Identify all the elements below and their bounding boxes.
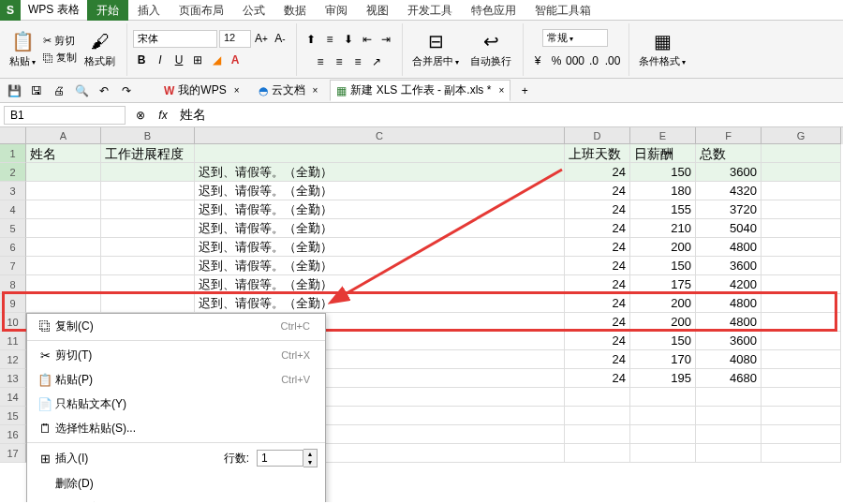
menu-tab-smart[interactable]: 智能工具箱 [525,0,600,21]
cell[interactable] [26,257,101,275]
cell[interactable]: 3600 [696,332,762,350]
cell[interactable] [26,200,101,219]
cell[interactable] [762,163,841,182]
cell[interactable]: 24 [565,350,630,369]
cell[interactable] [101,275,195,294]
cell[interactable]: 210 [630,219,696,238]
cell[interactable]: 24 [565,182,630,200]
cell[interactable]: 24 [565,163,630,182]
row-header[interactable]: 1 [0,144,26,163]
row-header[interactable]: 3 [0,182,26,200]
cell[interactable] [762,257,841,275]
spin-down-button[interactable]: ▼ [303,458,317,467]
cell[interactable]: 总数 [696,144,762,163]
cm-copy[interactable]: ⿻复制(C)Ctrl+C [27,314,325,338]
menu-tab-data[interactable]: 数据 [274,0,316,21]
cell[interactable] [26,238,101,257]
cell[interactable]: 180 [630,182,696,200]
cell[interactable]: 200 [630,238,696,257]
cell[interactable] [696,407,762,425]
col-header-c[interactable]: C [195,127,565,144]
print-preview-button[interactable]: 🔍 [73,82,90,99]
col-header-d[interactable]: D [565,127,630,144]
align-right-button[interactable]: ≡ [349,53,366,70]
workbook-tab[interactable]: ▦新建 XLS 工作表 - 副本.xls *× [330,80,510,101]
col-header-f[interactable]: F [696,127,762,144]
col-header-a[interactable]: A [26,127,101,144]
cloud-tab[interactable]: ◓云文档× [252,80,325,101]
cell[interactable]: 工作进展程度 [101,144,195,163]
row-header[interactable]: 16 [0,425,26,444]
menu-tab-insert[interactable]: 插入 [128,0,170,21]
cell[interactable]: 195 [630,369,696,388]
cell[interactable]: 24 [565,369,630,388]
row-header[interactable]: 12 [0,350,26,369]
italic-button[interactable]: I [152,52,169,68]
cell[interactable]: 24 [565,219,630,238]
orientation-button[interactable]: ↗ [368,53,385,70]
cell[interactable]: 150 [630,163,696,182]
dec-dec-button[interactable]: .00 [604,52,621,69]
cell[interactable] [195,144,565,163]
cell[interactable]: 迟到、请假等。（全勤） [195,219,565,238]
grow-font-button[interactable]: A+ [253,30,270,47]
cancel-formula-button[interactable]: ⊗ [129,109,152,122]
cell[interactable] [565,407,630,425]
cell[interactable] [762,182,841,200]
cell[interactable]: 迟到、请假等。（全勤） [195,182,565,200]
cell[interactable]: 4800 [696,313,762,332]
cm-clear[interactable]: 清除内容(N) [27,496,325,502]
cell[interactable] [26,294,101,313]
cell[interactable] [762,294,841,313]
cell[interactable]: 3720 [696,200,762,219]
undo-button[interactable]: ↶ [96,82,112,99]
merge-button[interactable]: ⊟合并居中 [408,25,463,74]
insert-rows-input[interactable] [257,450,303,467]
cell[interactable]: 4320 [696,182,762,200]
menu-tab-formula[interactable]: 公式 [233,0,274,21]
cut-button[interactable]: ✂剪切 [43,34,77,49]
row-header[interactable]: 7 [0,257,26,275]
cell[interactable]: 迟到、请假等。（全勤） [195,200,565,219]
cell[interactable] [762,238,841,257]
fill-color-button[interactable]: ◢ [208,52,225,68]
close-icon[interactable]: × [498,85,504,96]
format-painter-button[interactable]: 🖌格式刷 [81,25,119,74]
cell[interactable] [26,219,101,238]
cell[interactable] [762,313,841,332]
cell[interactable]: 日薪酬 [630,144,696,163]
row-header[interactable]: 8 [0,275,26,294]
cell[interactable]: 迟到、请假等。（全勤） [195,163,565,182]
formula-bar[interactable]: 姓名 [174,105,843,126]
cell[interactable]: 150 [630,332,696,350]
cell[interactable]: 24 [565,200,630,219]
select-all-corner[interactable] [0,127,26,144]
cell[interactable]: 170 [630,350,696,369]
cell[interactable] [762,144,841,163]
name-box[interactable] [4,106,126,125]
cm-cut[interactable]: ✂剪切(T)Ctrl+X [27,343,325,367]
cell[interactable]: 4200 [696,275,762,294]
cell[interactable]: 200 [630,294,696,313]
row-header[interactable]: 15 [0,407,26,425]
cell[interactable] [565,444,630,463]
cell[interactable] [762,425,841,444]
cell[interactable]: 24 [565,332,630,350]
cell[interactable] [101,182,195,200]
cell[interactable] [101,294,195,313]
cell[interactable]: 5040 [696,219,762,238]
cell[interactable]: 3600 [696,163,762,182]
cell[interactable]: 175 [630,275,696,294]
comma-button[interactable]: 000 [567,52,584,69]
align-middle-button[interactable]: ≡ [321,31,338,48]
cell[interactable]: 4800 [696,238,762,257]
cell[interactable]: 4800 [696,294,762,313]
cm-insert[interactable]: ⊞ 插入(I) 行数: ▲▼ [27,445,325,471]
cell[interactable]: 155 [630,200,696,219]
cm-paste-special[interactable]: 🗒选择性粘贴(S)... [27,416,325,440]
number-format-select[interactable]: 常规 [542,29,608,47]
align-left-button[interactable]: ≡ [312,53,329,70]
cell[interactable] [101,257,195,275]
cm-paste[interactable]: 📋粘贴(P)Ctrl+V [27,367,325,392]
menu-tab-layout[interactable]: 页面布局 [170,0,233,21]
